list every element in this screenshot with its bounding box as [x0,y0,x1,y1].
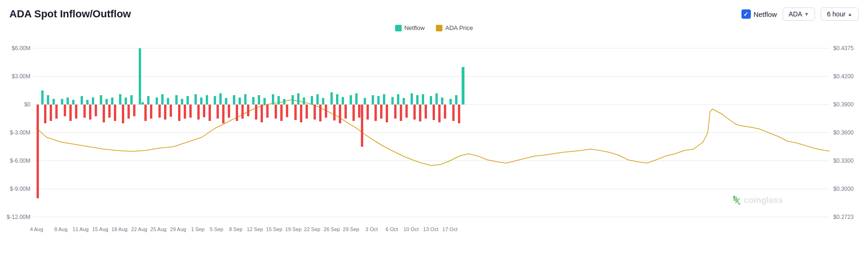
svg-text:10 Oct: 10 Oct [404,226,419,232]
svg-rect-100 [292,95,294,105]
svg-rect-145 [435,93,438,105]
svg-text:8 Sep: 8 Sep [229,226,243,232]
svg-rect-140 [419,105,421,121]
svg-rect-79 [222,105,224,123]
svg-rect-66 [181,99,183,105]
svg-rect-134 [400,105,402,121]
svg-rect-113 [333,105,336,120]
svg-rect-91 [261,105,263,122]
svg-rect-45 [111,98,113,105]
header-row: ADA Spot Inflow/Outflow ✓ Netflow ADA ▼ … [0,8,868,24]
svg-rect-22 [37,105,39,198]
chevron-up-icon: ▲ [847,11,853,17]
svg-text:$-6.00M: $-6.00M [10,158,30,164]
svg-rect-54 [142,102,144,105]
svg-rect-60 [161,94,164,105]
svg-rect-42 [103,105,105,122]
svg-text:$0.4200: $0.4200 [833,73,854,80]
netflow-checkbox[interactable]: ✓ Netflow [741,9,777,19]
svg-rect-74 [206,95,208,105]
svg-rect-53 [139,48,141,105]
svg-rect-86 [244,94,247,105]
svg-rect-52 [133,105,135,116]
svg-rect-76 [214,96,216,105]
svg-rect-81 [228,105,230,118]
svg-text:$6.00M: $6.00M [12,45,30,52]
svg-text:5 Sep: 5 Sep [210,226,224,232]
svg-rect-65 [178,105,180,121]
svg-text:$0.3300: $0.3300 [833,158,854,164]
svg-text:29 Aug: 29 Aug [170,226,186,232]
svg-rect-31 [67,98,69,105]
svg-text:$-12.00M: $-12.00M [7,214,30,220]
svg-rect-28 [55,105,58,119]
svg-rect-135 [403,98,405,105]
interval-dropdown[interactable]: 6 hour ▲ [821,8,859,21]
svg-rect-127 [377,96,380,105]
svg-rect-117 [344,105,347,119]
svg-rect-35 [81,96,83,105]
svg-rect-93 [266,105,269,118]
svg-rect-67 [184,105,186,119]
svg-rect-63 [170,105,172,117]
svg-text:$0.3000: $0.3000 [833,186,854,192]
svg-rect-70 [195,94,197,105]
svg-rect-61 [164,105,166,120]
svg-text:$0: $0 [24,101,31,108]
legend-color-price [436,25,442,31]
svg-rect-26 [50,105,52,121]
svg-text:1 Sep: 1 Sep [191,226,205,232]
svg-rect-80 [225,98,227,105]
svg-rect-41 [100,95,102,105]
svg-rect-153 [462,67,464,105]
svg-rect-44 [108,105,111,118]
svg-rect-122 [361,105,363,147]
svg-text:3 Oct: 3 Oct [366,226,378,232]
svg-rect-37 [86,100,89,105]
svg-rect-27 [52,99,55,105]
svg-rect-138 [413,105,416,120]
svg-rect-137 [411,93,413,105]
svg-rect-106 [311,96,313,105]
svg-rect-107 [314,105,316,120]
svg-text:13 Oct: 13 Oct [423,226,438,232]
svg-text:$0.2723: $0.2723 [833,214,854,220]
svg-rect-83 [236,105,238,121]
legend-label-netflow: Netflow [404,24,425,31]
svg-rect-71 [197,105,200,120]
svg-rect-95 [275,105,277,119]
svg-rect-30 [64,105,66,116]
svg-rect-59 [158,105,161,118]
svg-rect-68 [187,96,189,105]
svg-rect-141 [422,94,424,105]
svg-rect-50 [127,105,130,119]
svg-rect-128 [380,105,382,119]
svg-rect-0 [33,34,830,236]
svg-rect-148 [444,105,446,119]
svg-rect-151 [455,95,457,105]
svg-rect-73 [203,105,205,117]
svg-rect-43 [105,99,108,105]
svg-rect-147 [441,98,443,105]
svg-text:8 Aug: 8 Aug [54,226,67,232]
checkbox-box[interactable]: ✓ [741,9,751,19]
svg-rect-88 [252,97,254,105]
svg-rect-72 [200,98,202,105]
svg-rect-143 [430,96,432,105]
svg-text:22 Sep: 22 Sep [304,226,321,232]
svg-rect-146 [438,105,441,122]
svg-text:11 Aug: 11 Aug [73,226,89,232]
svg-rect-126 [374,105,377,121]
coin-dropdown[interactable]: ADA ▼ [783,8,816,21]
svg-rect-132 [394,105,397,119]
svg-rect-96 [277,96,280,105]
svg-text:25 Aug: 25 Aug [150,226,166,232]
checkmark-icon: ✓ [743,11,748,18]
svg-rect-108 [316,94,319,105]
svg-rect-24 [44,105,46,123]
svg-rect-90 [258,95,260,105]
svg-rect-101 [294,105,297,120]
header-controls: ✓ Netflow ADA ▼ 6 hour ▲ [741,8,859,21]
chart-area: $6.00M $3.00M $0 $-3.00M $-6.00M $-9.00M… [0,34,868,236]
legend-item-price: ADA Price [436,24,473,31]
